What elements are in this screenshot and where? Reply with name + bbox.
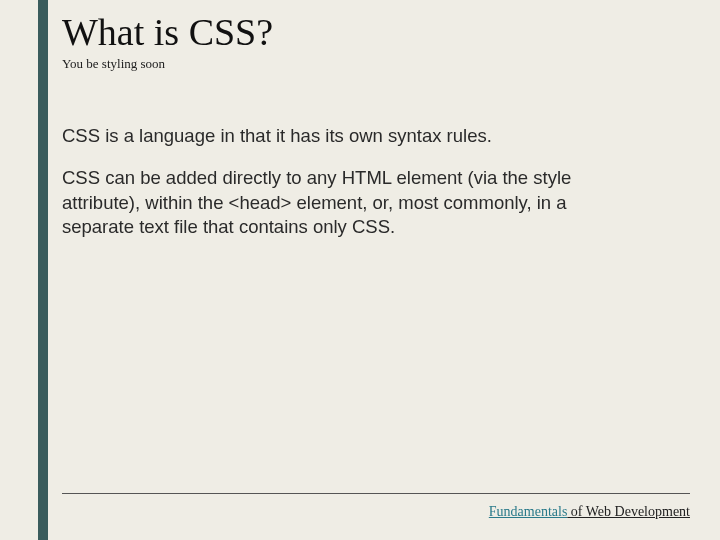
footer-divider xyxy=(62,493,690,494)
slide-content: What is CSS? You be styling soon CSS is … xyxy=(62,12,680,520)
paragraph-2: CSS can be added directly to any HTML el… xyxy=(62,166,602,239)
slide-subtitle: You be styling soon xyxy=(62,56,680,72)
paragraph-1: CSS is a language in that it has its own… xyxy=(62,124,602,148)
footer-text: Fundamentals of Web Development xyxy=(489,504,690,520)
slide-title: What is CSS? xyxy=(62,12,680,54)
accent-bar xyxy=(38,0,48,540)
footer-brand: Fundamentals xyxy=(489,504,568,519)
footer-rest: of Web Development xyxy=(567,504,690,519)
